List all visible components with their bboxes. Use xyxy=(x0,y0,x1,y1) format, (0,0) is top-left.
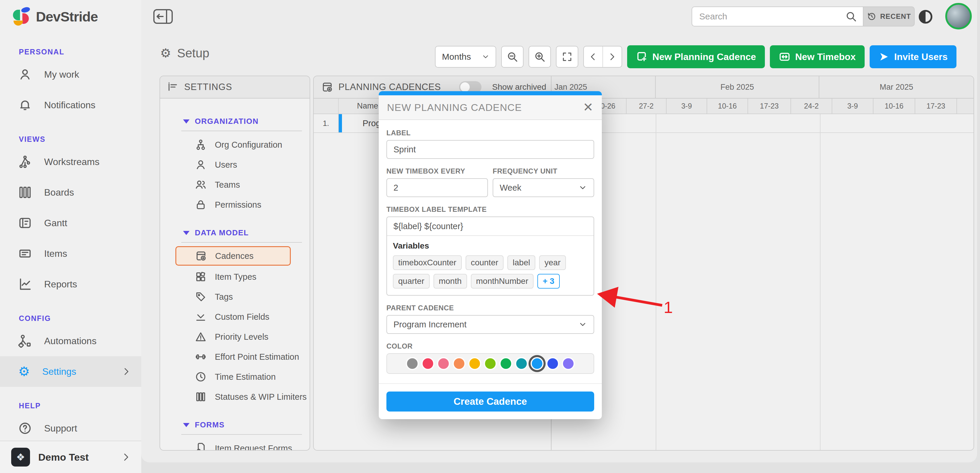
range-unit-select[interactable]: Months xyxy=(435,46,496,68)
zoom-out-button[interactable] xyxy=(501,46,523,68)
sidebar-item-settings[interactable]: ⚙ Settings xyxy=(0,356,141,387)
month-grid-line xyxy=(820,114,821,450)
sidebar-item-label: Notifications xyxy=(44,100,95,111)
invite-users-button[interactable]: Invite Users xyxy=(870,45,956,68)
color-swatch[interactable] xyxy=(422,357,434,370)
variable-chip[interactable]: year xyxy=(539,256,566,270)
top-bar: RECENT xyxy=(141,0,977,33)
chevron-right-icon xyxy=(121,452,131,462)
search-field xyxy=(692,6,863,27)
zoom-in-button[interactable] xyxy=(528,46,551,68)
show-archived-label: Show archived xyxy=(492,83,546,92)
settings-item-statuses-wip-limiters[interactable]: Statuses & WIP Limiters xyxy=(160,387,310,407)
sidebar-item-label: Workstreams xyxy=(44,157,99,167)
variable-chip[interactable]: quarter xyxy=(393,274,430,289)
sidebar-item-boards[interactable]: Boards xyxy=(0,177,141,208)
new-timebox-every-input[interactable] xyxy=(393,183,481,193)
settings-item-cadences[interactable]: Cadences xyxy=(175,246,291,266)
color-swatch[interactable] xyxy=(468,357,481,370)
new-planning-cadence-button[interactable]: New Planning Cadence xyxy=(627,45,765,68)
week-header-cell: 10-16 xyxy=(707,98,748,114)
sidebar-item-notifications[interactable]: Notifications xyxy=(0,90,141,120)
app-logo[interactable]: DevStride xyxy=(0,0,141,33)
fullscreen-button[interactable] xyxy=(556,46,578,68)
variable-chip[interactable]: timeboxCounter xyxy=(393,256,462,270)
color-swatch-selected[interactable] xyxy=(531,357,544,370)
settings-item-priority-levels[interactable]: Priority Levels xyxy=(160,327,310,347)
settings-item-permissions[interactable]: Permissions xyxy=(160,195,310,215)
sidebar-item-my-work[interactable]: My work xyxy=(0,59,141,90)
settings-item-tags[interactable]: Tags xyxy=(160,287,310,307)
timebox-label-template-input[interactable] xyxy=(393,222,587,231)
color-swatch[interactable] xyxy=(562,357,575,370)
color-swatch[interactable] xyxy=(500,357,512,370)
sidebar-item-gantt[interactable]: Gantt xyxy=(0,208,141,238)
next-period-button[interactable] xyxy=(603,46,622,67)
settings-section-data-model[interactable]: DATA MODEL xyxy=(183,228,310,237)
search-input[interactable] xyxy=(699,11,845,21)
sidebar-item-automations[interactable]: Automations xyxy=(0,325,141,356)
settings-section-organization[interactable]: ORGANIZATION xyxy=(183,117,310,126)
button-label: Invite Users xyxy=(894,51,948,62)
annotation-label: 1 xyxy=(663,298,673,317)
frequency-unit-select[interactable]: Week xyxy=(493,178,594,197)
chevron-down-icon xyxy=(578,183,587,192)
color-swatch[interactable] xyxy=(437,357,450,370)
divider xyxy=(181,130,302,131)
collapse-sidebar-button[interactable] xyxy=(153,9,173,24)
gear-icon: ⚙ xyxy=(18,365,30,378)
timebox-icon xyxy=(779,51,791,63)
variable-chip[interactable]: label xyxy=(508,256,535,270)
settings-item-custom-fields[interactable]: Custom Fields xyxy=(160,307,310,327)
settings-item-item-request-forms[interactable]: Item Request Forms xyxy=(160,438,310,450)
page-heading: ⚙ Setup xyxy=(160,46,209,60)
sidebar-item-items[interactable]: Items xyxy=(0,238,141,269)
color-swatch[interactable] xyxy=(546,357,559,370)
settings-item-users[interactable]: Users xyxy=(160,155,310,175)
color-swatch[interactable] xyxy=(406,357,419,370)
parent-cadence-select[interactable]: Program Increment xyxy=(387,315,594,334)
settings-item-label: Users xyxy=(215,160,237,170)
sidebar-item-support[interactable]: Support xyxy=(0,413,141,444)
sidebar-item-label: Items xyxy=(44,248,67,259)
settings-item-time-estimation[interactable]: Time Estimation xyxy=(160,367,310,387)
page-title: Setup xyxy=(177,46,210,60)
create-cadence-button[interactable]: Create Cadence xyxy=(387,392,594,411)
user-avatar[interactable] xyxy=(945,3,972,29)
cadence-plus-icon xyxy=(636,51,648,63)
variable-chip[interactable]: month xyxy=(433,274,467,289)
devstride-logo-icon xyxy=(13,7,30,25)
divider xyxy=(181,242,302,243)
settings-item-teams[interactable]: Teams xyxy=(160,175,310,195)
settings-item-label: Cadences xyxy=(215,251,254,261)
new-timebox-button[interactable]: New Timebox xyxy=(770,45,865,68)
workspace-switcher[interactable]: ❖ Demo Test xyxy=(0,441,141,473)
app-logo-text: DevStride xyxy=(36,8,98,25)
cadence-label-input[interactable] xyxy=(393,145,587,154)
week-header-cell: 27-2 xyxy=(627,98,667,114)
prev-period-button[interactable] xyxy=(584,46,603,67)
sidebar-item-label: Gantt xyxy=(44,217,67,229)
users-group-icon xyxy=(195,179,207,190)
settings-item-item-types[interactable]: Item Types xyxy=(160,267,310,287)
settings-item-label: Item Request Forms xyxy=(215,444,292,450)
close-icon[interactable]: ✕ xyxy=(583,101,593,114)
parent-cadence-value: Program Increment xyxy=(393,320,466,329)
recent-button[interactable]: RECENT xyxy=(863,6,915,27)
sidebar-item-reports[interactable]: Reports xyxy=(0,269,141,300)
more-variables-chip[interactable]: + 3 xyxy=(538,274,560,289)
month-grid-line xyxy=(656,114,656,450)
sidebar-item-workstreams[interactable]: Workstreams xyxy=(0,146,141,177)
variable-chip[interactable]: counter xyxy=(466,256,504,270)
variable-chip[interactable]: monthNumber xyxy=(471,274,533,289)
gantt-icon xyxy=(18,216,32,230)
color-swatch[interactable] xyxy=(453,357,466,370)
settings-item-effort-point-estimation[interactable]: Effort Point Estimation xyxy=(160,347,310,367)
settings-item-org-configuration[interactable]: Org Configuration xyxy=(160,135,310,155)
color-swatch[interactable] xyxy=(515,357,528,370)
color-swatch[interactable] xyxy=(484,357,497,370)
timebox-label-template-box: Variables timeboxCounter counter label y… xyxy=(387,216,594,296)
theme-contrast-toggle[interactable] xyxy=(918,9,934,25)
section-label: FORMS xyxy=(195,421,224,430)
settings-section-forms[interactable]: FORMS xyxy=(183,421,310,430)
